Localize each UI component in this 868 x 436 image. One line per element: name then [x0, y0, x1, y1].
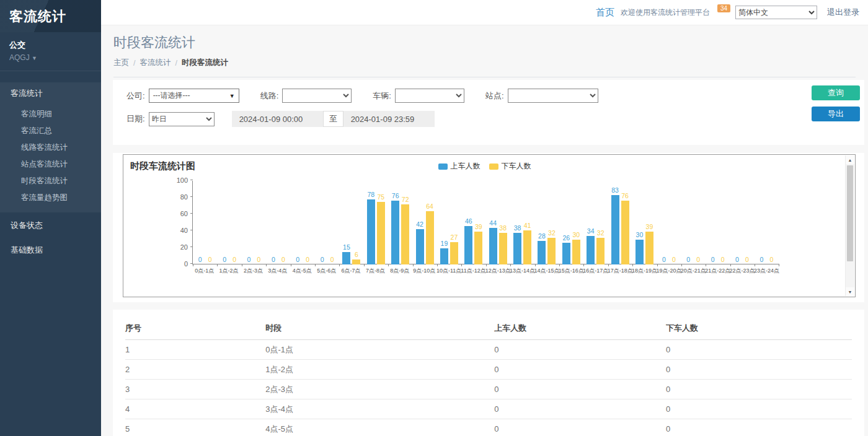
bar-group: 00 — [217, 181, 241, 264]
bar-stack: 32 — [596, 181, 604, 264]
bar — [513, 233, 521, 264]
app-title: 客流统计 — [9, 7, 92, 26]
date-preset-select[interactable]: 昨日 — [149, 112, 215, 126]
x-axis-tick — [193, 264, 193, 266]
bar-stack: 0 — [328, 181, 336, 264]
bar-chart: 0204060801000000000000001567875767242641… — [192, 181, 779, 264]
bar-group: 00 — [657, 181, 681, 264]
bar — [489, 228, 497, 264]
page-title: 时段客流统计 — [113, 33, 856, 52]
chevron-down-icon: ▼ — [32, 55, 37, 61]
bar — [464, 226, 472, 264]
chevron-down-icon: ▼ — [229, 93, 235, 99]
bar-value-label: 0 — [711, 256, 715, 263]
breadcrumb-home[interactable]: 主页 — [113, 58, 129, 68]
language-select[interactable]: 简体中文 — [735, 6, 817, 19]
x-axis-label: 1点-2点 — [216, 267, 241, 275]
sidebar-item-station-stats[interactable]: 站点客流统计 — [0, 156, 101, 173]
breadcrumb-passenger-stats[interactable]: 客流统计 — [140, 58, 170, 68]
bar-group: 00 — [730, 181, 754, 264]
x-axis-tick — [388, 264, 389, 266]
line-select[interactable] — [282, 89, 352, 103]
scroll-down-icon[interactable]: ▼ — [846, 287, 854, 296]
welcome-text: 欢迎使用客流统计管理平台 — [621, 7, 710, 18]
sidebar-item-device-status[interactable]: 设备状态 — [0, 214, 101, 237]
breadcrumb-separator: / — [133, 59, 135, 68]
breadcrumb-current: 时段客流统计 — [182, 58, 228, 68]
x-axis-label: 8点-9点 — [388, 267, 412, 275]
legend-item[interactable]: 下车人数 — [489, 161, 531, 172]
bar-stack: 0 — [231, 181, 239, 264]
bar — [499, 233, 507, 264]
bar-stack: 27 — [450, 181, 458, 264]
y-axis-tick — [190, 213, 193, 214]
sidebar-item-trend-chart[interactable]: 客流量趋势图 — [0, 190, 101, 206]
vehicle-select[interactable] — [395, 89, 464, 103]
bar-stack: 0 — [206, 181, 214, 264]
x-axis-tick — [510, 264, 511, 266]
table-header-cell: 上车人数 — [494, 317, 666, 340]
bar-value-label: 64 — [426, 203, 433, 210]
bar-stack: 0 — [196, 181, 204, 264]
bar-value-label: 28 — [538, 233, 546, 240]
bar-stack: 0 — [255, 181, 263, 264]
table-cell: 0 — [666, 380, 852, 399]
x-axis-label: 21点-22点 — [705, 267, 729, 275]
chart-panel: 时段车流统计图 上车人数下车人数 02040608010000000000000… — [113, 153, 864, 302]
sidebar-item-period-stats[interactable]: 时段客流统计 — [0, 173, 101, 190]
bar-stack: 30 — [636, 181, 644, 264]
bar-stack: 0 — [279, 181, 287, 264]
bar-stack: 0 — [294, 181, 302, 264]
chart-vertical-scrollbar[interactable]: ▲ ▼ — [845, 155, 854, 296]
table-cell: 2 — [125, 360, 265, 380]
x-axis-label: 9点-10点 — [412, 267, 436, 275]
legend-swatch — [438, 164, 448, 170]
station-select[interactable] — [508, 89, 598, 103]
bar-value-label: 76 — [392, 193, 399, 199]
x-axis-label: 14点-15点 — [534, 267, 558, 275]
table-cell: 3点-4点 — [265, 399, 494, 419]
x-axis-tick — [315, 264, 316, 266]
y-axis-tick-label: 0 — [172, 260, 193, 268]
bar-group: 7672 — [388, 181, 412, 264]
x-axis-tick — [413, 264, 414, 266]
logout-link[interactable]: 退出登录 — [827, 7, 859, 18]
bar-value-label: 15 — [343, 244, 350, 251]
bar-stack: 44 — [489, 181, 497, 264]
legend-item[interactable]: 上车人数 — [438, 161, 480, 172]
sidebar-item-passenger-detail[interactable]: 客流明细 — [0, 106, 101, 123]
x-axis-label: 5点-6点 — [314, 267, 339, 275]
y-axis-tick — [190, 196, 193, 197]
date-end-input[interactable] — [343, 111, 435, 127]
chart-box: 时段车流统计图 上车人数下车人数 02040608010000000000000… — [123, 154, 856, 297]
x-axis-tick — [632, 264, 633, 266]
bar-group: 8376 — [608, 181, 632, 264]
bar-value-label: 0 — [696, 256, 700, 263]
x-axis-label: 7点-8点 — [363, 267, 388, 275]
bar-group: 00 — [242, 181, 266, 264]
sidebar-item-base-data[interactable]: 基础数据 — [0, 238, 101, 262]
notification-badge[interactable]: 34 — [717, 4, 730, 12]
top-navbar: 首页 欢迎使用客流统计管理平台 34 简体中文 退出登录 — [101, 0, 868, 25]
scrollbar-thumb[interactable] — [847, 165, 853, 261]
query-button[interactable]: 查询 — [812, 85, 860, 100]
date-start-input[interactable] — [232, 111, 323, 127]
bar-stack: 0 — [318, 181, 326, 264]
sidebar-item-line-stats[interactable]: 线路客流统计 — [0, 139, 101, 156]
sidebar: 客流统计 公交 AQGJ ▼ 客流统计 客流明细 客流汇总 线路客流统计 站点客… — [0, 0, 101, 436]
bar — [562, 243, 570, 264]
bar-value-label: 6 — [355, 251, 358, 258]
x-axis-tick — [583, 264, 584, 266]
export-button[interactable]: 导出 — [812, 107, 860, 121]
profile-org-code-dropdown[interactable]: AQGJ ▼ — [9, 53, 92, 62]
legend-label: 下车人数 — [502, 161, 531, 172]
scrollbar-track[interactable] — [846, 164, 854, 287]
sidebar-item-passenger-summary[interactable]: 客流汇总 — [0, 123, 101, 139]
home-link[interactable]: 首页 — [596, 7, 614, 19]
company-select[interactable]: ---请选择--- ▼ — [149, 89, 239, 103]
bar-value-label: 0 — [296, 256, 299, 263]
scroll-up-icon[interactable]: ▲ — [846, 155, 854, 164]
sidebar-item-passenger-stats[interactable]: 客流统计 — [0, 82, 101, 105]
x-axis-tick — [461, 264, 462, 266]
x-axis-tick — [217, 264, 218, 266]
